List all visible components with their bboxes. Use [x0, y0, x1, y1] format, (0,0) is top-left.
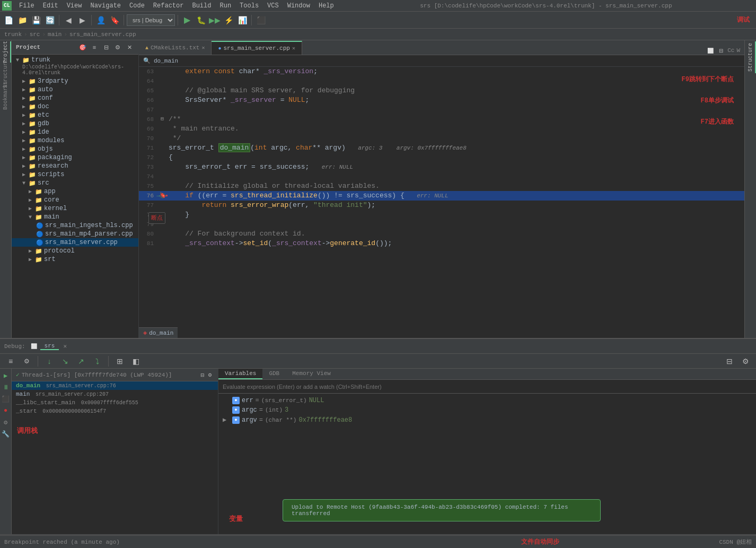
debug-eval-btn[interactable]: ⊞ — [113, 355, 126, 368]
tree-file-hls[interactable]: 🔵 srs_main_ingest_hls.cpp — [12, 221, 138, 230]
tab-server-close[interactable]: ✕ — [292, 45, 295, 51]
stop-button[interactable]: ⬛ — [254, 14, 267, 27]
var-expand-argv[interactable]: ▶ — [223, 416, 230, 424]
tree-etc[interactable]: ▶ 📁 etc — [12, 111, 138, 119]
expression-input[interactable] — [218, 380, 756, 394]
tree-doc[interactable]: ▶ 📁 doc — [12, 102, 138, 111]
tree-scripts[interactable]: ▶ 📁 scripts — [12, 170, 138, 179]
coverage-btn[interactable]: 📊 — [236, 14, 249, 27]
debug-session-tab[interactable]: srs — [40, 343, 59, 350]
menu-file[interactable]: File — [15, 1, 39, 11]
debug-mem-btn[interactable]: ◧ — [129, 355, 142, 368]
debug-filter-btn[interactable]: ⊟ — [723, 355, 736, 368]
breadcrumb-file[interactable]: srs_main_server.cpp — [69, 31, 136, 38]
menu-vcs[interactable]: VCS — [263, 1, 283, 11]
tree-modules[interactable]: ▶ 📁 modules — [12, 136, 138, 145]
profile-btn[interactable]: ⚡ — [222, 14, 235, 27]
project-settings-btn[interactable]: ⚙ — [113, 42, 122, 52]
breadcrumb-src[interactable]: src — [30, 31, 40, 38]
menu-build[interactable]: Build — [188, 1, 215, 11]
tree-gdb[interactable]: ▶ 📁 gdb — [12, 119, 138, 128]
menu-run[interactable]: Run — [215, 1, 235, 11]
toolbar-new-btn[interactable]: 📄 — [2, 14, 15, 27]
debug-stepinto-btn[interactable]: ↘ — [59, 355, 72, 368]
debug-run-icon[interactable]: ▶ — [1, 371, 11, 380]
tree-auto[interactable]: ▶ 📁 auto — [12, 85, 138, 94]
tree-conf[interactable]: ▶ 📁 conf — [12, 94, 138, 102]
menu-view[interactable]: View — [63, 1, 86, 11]
toolbar-refresh-btn[interactable]: 🔄 — [43, 14, 56, 27]
toolbar-forward-btn[interactable]: ▶ — [76, 14, 89, 27]
tree-srt[interactable]: ▶ 📁 srt — [12, 255, 138, 264]
debug-stop-icon[interactable]: ⬛ — [1, 394, 11, 404]
code-editor[interactable]: F9跳转到下个断点 F8单步调试 F7进入函数 63 extern const … — [139, 67, 744, 338]
debug-pause-icon[interactable]: ⏸ — [1, 382, 11, 392]
debug-config-select[interactable]: srs | Debug — [127, 14, 175, 26]
debug-settings-btn[interactable]: ⚙ — [739, 355, 752, 368]
tree-root[interactable]: ▼ 📁 trunk — [12, 56, 138, 64]
tree-app[interactable]: ▶ 📁 app — [12, 187, 138, 196]
tree-protocol[interactable]: ▶ 📁 protocol — [12, 247, 138, 255]
debug-stepout-btn[interactable]: ↗ — [75, 355, 87, 368]
debug-frames-btn[interactable]: ≡ — [4, 355, 17, 368]
frame-do-main[interactable]: do_main srs_main_server.cpp:76 — [12, 381, 218, 390]
thread-filter-btn[interactable]: ⊟ — [199, 371, 206, 379]
project-collapse-btn[interactable]: ⊟ — [101, 42, 111, 52]
tab-server[interactable]: ● srs_main_server.cpp ✕ — [212, 41, 302, 55]
tree-3rdparty[interactable]: ▶ 📁 3rdparty — [12, 77, 138, 85]
menu-refactor[interactable]: Refactor — [149, 1, 188, 11]
debug-session-close[interactable]: ✕ — [61, 343, 69, 350]
tree-main[interactable]: ▼ 📁 main — [12, 213, 138, 221]
project-close-btn[interactable]: ✕ — [125, 42, 134, 52]
tree-objs[interactable]: ▶ 📁 objs — [12, 145, 138, 153]
debug-runto-btn[interactable]: ⤵ — [91, 355, 103, 368]
debug-run2-btn[interactable]: ▶▶ — [208, 14, 221, 27]
debug-tool2-icon[interactable]: 🔧 — [1, 429, 11, 439]
editor-collapse-btn[interactable]: ⬜ — [706, 46, 715, 55]
debug-threads-btn[interactable]: ⚙ — [20, 355, 33, 368]
debug-close-btn[interactable]: ⬜ — [30, 342, 38, 351]
tree-research[interactable]: ▶ 📁 research — [12, 162, 138, 170]
frame-libc[interactable]: __libc_start_main 0x00007ffff6def555 — [12, 398, 218, 407]
var-tab-gdb[interactable]: GDB — [262, 369, 286, 379]
debug-config-icon[interactable]: ● — [1, 406, 11, 415]
menu-help[interactable]: Help — [314, 1, 338, 11]
project-expand-btn[interactable]: ≡ — [90, 42, 99, 52]
toolbar-user-btn[interactable]: 👤 — [94, 14, 107, 27]
tree-src[interactable]: ▼ 📁 src — [12, 179, 138, 187]
tab-cmake-close[interactable]: ✕ — [201, 45, 205, 51]
tree-packaging[interactable]: ▶ 📁 packaging — [12, 153, 138, 162]
toolbar-open-btn[interactable]: 📁 — [16, 14, 29, 27]
editor-expand-btn[interactable]: ⊟ — [717, 46, 725, 55]
tab-cmake[interactable]: ▲ CMakeLists.txt ✕ — [139, 41, 212, 55]
tree-file-mp4[interactable]: 🔵 srs_main_mp4_parser.cpp — [12, 230, 138, 238]
menu-tools[interactable]: Tools — [235, 1, 263, 11]
frame-start[interactable]: _start 0x0000000000006154f7 — [12, 407, 218, 415]
breadcrumb-trunk[interactable]: trunk — [4, 31, 22, 38]
menu-edit[interactable]: Edit — [39, 1, 63, 11]
project-locate-btn[interactable]: 🎯 — [78, 42, 87, 52]
rs-icon-structure[interactable]: Structure — [745, 41, 756, 73]
debug-tool1-icon[interactable]: ⚙ — [1, 417, 11, 427]
tree-kernel[interactable]: ▶ 📁 kernel — [12, 204, 138, 213]
frame-main[interactable]: main srs_main_server.cpp:207 — [12, 390, 218, 398]
breadcrumb-main[interactable]: main — [48, 31, 61, 38]
project-toolbar: 🎯 ≡ ⊟ ⚙ ✕ — [78, 42, 134, 52]
var-tab-variables[interactable]: Variables — [218, 369, 262, 379]
run-button[interactable]: ▶ — [181, 14, 194, 27]
menu-code[interactable]: Code — [125, 1, 149, 11]
folder-conf-icon: 📁 — [29, 95, 36, 102]
menu-navigate[interactable]: Navigate — [86, 1, 125, 11]
thread-settings-btn[interactable]: ⚙ — [206, 371, 214, 379]
debug-stepover-btn[interactable]: ↓ — [43, 355, 56, 368]
bookmarks-panel-tab[interactable]: Bookmarks — [1, 85, 11, 106]
tree-ide[interactable]: ▶ 📁 ide — [12, 128, 138, 136]
toolbar-bookmark-btn[interactable]: 🔖 — [108, 14, 121, 27]
tree-core[interactable]: ▶ 📁 core — [12, 196, 138, 204]
toolbar-save-btn[interactable]: 💾 — [30, 14, 42, 27]
var-tab-memory[interactable]: Memory View — [286, 369, 337, 379]
toolbar-back-btn[interactable]: ◀ — [62, 14, 75, 27]
menu-window[interactable]: Window — [283, 1, 314, 11]
debug-run-btn[interactable]: 🐛 — [195, 14, 207, 27]
tree-file-server[interactable]: 🔵 srs_main_server.cpp — [12, 238, 138, 247]
